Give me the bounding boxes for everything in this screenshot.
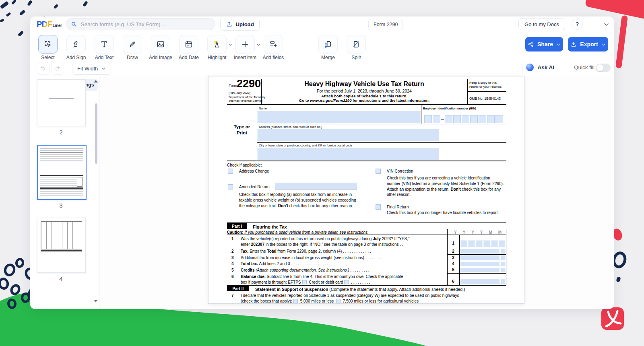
thumbnail-preview bbox=[40, 187, 83, 189]
subbar-separator bbox=[522, 62, 522, 74]
address-change-checkbox[interactable] bbox=[228, 169, 233, 174]
highlight-chevron-icon[interactable] bbox=[228, 42, 233, 47]
share-button[interactable]: Share bbox=[525, 37, 563, 51]
ein-digit-box[interactable] bbox=[479, 115, 486, 123]
part1-bar: Part I Figuring the Tax bbox=[227, 222, 506, 229]
export-icon bbox=[570, 41, 577, 47]
page-thumbnail-3[interactable] bbox=[37, 145, 87, 200]
line5-text: Credits (Attach supporting documentation… bbox=[241, 268, 447, 273]
tool-add-sign[interactable]: Add Sign bbox=[66, 35, 86, 54]
city-label: City or town, state or province, country… bbox=[259, 144, 352, 147]
final-return-label: Final Return bbox=[387, 204, 409, 210]
zoom-level-dropdown[interactable]: Fit Width bbox=[72, 62, 111, 75]
export-chevron-icon bbox=[601, 42, 606, 47]
line4-cents-field[interactable] bbox=[501, 262, 506, 266]
ein-digit-box[interactable] bbox=[433, 115, 440, 123]
tool-split[interactable]: Split bbox=[347, 35, 366, 54]
line1-date-boxes[interactable] bbox=[460, 240, 506, 247]
tool-add-text[interactable]: Add Text bbox=[95, 35, 114, 54]
thumbnail-preview bbox=[41, 250, 82, 251]
add-fields-icon bbox=[269, 40, 278, 49]
tool-add-fields[interactable]: Add fields bbox=[264, 35, 283, 54]
tool-select[interactable]: Select bbox=[38, 35, 58, 54]
document-canvas[interactable]: Form 2290 (Rev. July 2023) Department of… bbox=[99, 76, 614, 309]
insert-item-chevron-icon[interactable] bbox=[256, 42, 261, 47]
type-or-print-label: Type or Print bbox=[229, 124, 255, 136]
line2-amount-field[interactable] bbox=[460, 249, 500, 253]
pdf-reader-icon[interactable] bbox=[601, 307, 624, 330]
decoration-doodle bbox=[616, 276, 621, 282]
ein-digit-box[interactable] bbox=[445, 115, 452, 123]
scroll-up-arrow[interactable] bbox=[94, 80, 98, 82]
tool-merge[interactable]: Merge bbox=[318, 35, 338, 54]
line2-cents-field[interactable] bbox=[501, 249, 506, 253]
thumbnail-preview bbox=[49, 98, 74, 99]
line3-amount-field[interactable] bbox=[460, 255, 500, 260]
form-attach: Attach both copies of Schedule 1 to this… bbox=[261, 94, 467, 98]
tool-draw[interactable]: Draw bbox=[123, 35, 142, 54]
line1-text2: enter 202307 in the boxes to the right. … bbox=[241, 242, 447, 247]
pdfliner-logo[interactable]: PDFLiner bbox=[37, 20, 62, 29]
merge-icon bbox=[324, 40, 332, 49]
ein-digit-box[interactable] bbox=[462, 115, 469, 123]
tool-insert-item[interactable]: Insert item bbox=[235, 35, 255, 54]
upload-icon bbox=[226, 21, 233, 28]
ein-digit-box[interactable] bbox=[495, 115, 503, 123]
thumbnail-preview bbox=[40, 154, 83, 162]
line6-row-number: 6 bbox=[447, 279, 459, 284]
upload-button[interactable]: Upload bbox=[220, 18, 260, 31]
inline-checkbox[interactable] bbox=[293, 299, 298, 303]
sidebar-scrollbar-thumb[interactable] bbox=[95, 103, 97, 164]
tool-add-date[interactable]: Add Date bbox=[179, 35, 198, 54]
line-number: 3 bbox=[231, 255, 234, 261]
decoration-doodle bbox=[54, 4, 59, 9]
inline-checkbox[interactable] bbox=[336, 299, 341, 303]
vin-correction-checkbox[interactable] bbox=[376, 169, 381, 174]
undo-button[interactable] bbox=[37, 62, 50, 75]
line4-amount-field[interactable] bbox=[460, 262, 500, 266]
quick-fill-toggle[interactable] bbox=[596, 64, 611, 72]
redo-button[interactable] bbox=[51, 62, 64, 75]
ein-digit-box[interactable] bbox=[470, 115, 478, 123]
go-to-docs-button[interactable]: Go to my Docs bbox=[518, 18, 565, 30]
city-field[interactable] bbox=[257, 148, 439, 160]
address-change-label: Address Change bbox=[239, 169, 269, 174]
page-thumbnail-4[interactable] bbox=[37, 218, 86, 273]
line5-amount-field[interactable] bbox=[460, 268, 500, 272]
page-number: 4 bbox=[37, 275, 85, 282]
final-return-description: Check this box if you no longer have tax… bbox=[387, 210, 507, 216]
line5-cents-field[interactable] bbox=[501, 268, 506, 272]
inline-checkbox[interactable] bbox=[344, 280, 349, 284]
line-number: 6 bbox=[231, 274, 234, 280]
ein-digit-box[interactable] bbox=[487, 115, 495, 123]
omb-number: OMB No. 1545-0143 bbox=[469, 96, 501, 101]
ein-digit-box[interactable] bbox=[424, 115, 432, 123]
amended-return-checkbox[interactable] bbox=[228, 184, 233, 189]
final-return-checkbox[interactable] bbox=[376, 204, 381, 210]
part2-tag: Part II bbox=[227, 286, 249, 291]
page-thumbnail-2[interactable] bbox=[37, 79, 86, 126]
thumbnail-preview bbox=[40, 164, 60, 173]
line6-text2: box if payment is through: EFTPS Credit … bbox=[241, 280, 447, 285]
search-bar[interactable] bbox=[66, 18, 215, 30]
line6-amount-field[interactable] bbox=[460, 279, 500, 284]
keep-copy-note: Keep a copy of this return for your reco… bbox=[469, 81, 505, 89]
search-input[interactable] bbox=[80, 21, 210, 28]
line6-cents-field[interactable] bbox=[501, 279, 506, 284]
ein-digit-box[interactable] bbox=[453, 115, 461, 123]
part1-title: Figuring the Tax bbox=[253, 224, 287, 230]
tool-add-image[interactable]: Add Image bbox=[151, 35, 170, 54]
ask-ai-button[interactable]: Ask AI bbox=[526, 64, 554, 71]
toggle-knob bbox=[597, 64, 603, 71]
vin-correction-description: Check this box if you are correcting a v… bbox=[387, 175, 504, 198]
tool-highlight[interactable]: Highlight bbox=[207, 35, 227, 54]
address-field[interactable] bbox=[257, 129, 439, 141]
inline-checkbox[interactable] bbox=[302, 280, 307, 284]
header-chevron-down-icon[interactable] bbox=[603, 21, 609, 27]
line3-cents-field[interactable] bbox=[501, 255, 506, 260]
help-button[interactable]: ? bbox=[572, 19, 583, 30]
scroll-down-arrow[interactable] bbox=[94, 300, 98, 302]
amended-return-field[interactable] bbox=[275, 183, 357, 189]
name-field[interactable] bbox=[257, 111, 421, 124]
export-button[interactable]: Export bbox=[568, 37, 608, 51]
